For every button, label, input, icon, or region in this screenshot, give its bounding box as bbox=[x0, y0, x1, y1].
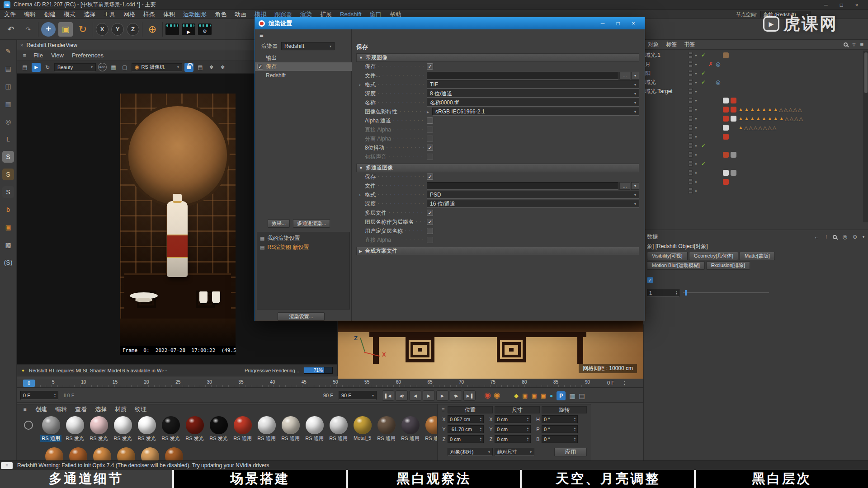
multilayer-checkbox[interactable] bbox=[427, 210, 433, 216]
object-row[interactable]: ▲▲▲▲▲▲▲ △△△△△ bbox=[643, 105, 868, 114]
material-swatch[interactable]: RS 发光 bbox=[64, 416, 85, 442]
rv-menu-preferences[interactable]: Preferences bbox=[68, 52, 107, 59]
visibility-dot-icon[interactable] bbox=[695, 62, 701, 66]
panel-menu-icon[interactable]: ≡ bbox=[20, 51, 29, 60]
size-mode-select[interactable]: 绝对尺寸▾ bbox=[495, 448, 534, 456]
material-preview-sphere[interactable] bbox=[186, 416, 204, 434]
object-row[interactable]: 域光 ✓ ◎ bbox=[643, 78, 868, 87]
mp-format-select[interactable]: PSD▾ bbox=[427, 191, 639, 199]
rotate-tool-button[interactable]: ↻ bbox=[75, 22, 90, 37]
position-y-field[interactable]: -61.78 cm▴▾ bbox=[448, 425, 484, 433]
material-preview-sphere[interactable] bbox=[117, 447, 135, 460]
layer-toggles[interactable] bbox=[689, 97, 695, 103]
tag-chip[interactable] bbox=[723, 188, 729, 194]
material-swatch[interactable]: RS 发光 bbox=[160, 416, 181, 442]
dialog-titlebar[interactable]: 渲染设置 ─ □ × bbox=[255, 17, 645, 29]
rotation-p-field[interactable]: 0 °▴▾ bbox=[542, 425, 578, 433]
nav-up-icon[interactable]: ↑ bbox=[825, 234, 827, 240]
rotation-key-icon[interactable]: ▣ bbox=[541, 392, 546, 399]
slider-thumb[interactable] bbox=[685, 290, 687, 296]
object-row[interactable]: 域光.1 ✓ bbox=[643, 51, 868, 60]
materials-menu-item[interactable]: 创建 bbox=[31, 405, 51, 413]
material-name[interactable]: RS 发光 bbox=[208, 435, 229, 442]
tag-chip[interactable] bbox=[723, 80, 729, 85]
object-row[interactable]: ▲ △△△△△△△ bbox=[643, 123, 868, 132]
depth-select[interactable]: 8 位/通道▾ bbox=[427, 89, 639, 98]
lock-camera-button[interactable] bbox=[184, 63, 193, 72]
material-name[interactable]: Metal_5 bbox=[352, 435, 373, 441]
status-grid-icon[interactable]: ≡ bbox=[1, 462, 13, 469]
tool-icon[interactable]: ▤ bbox=[2, 63, 14, 75]
material-preview-sphere[interactable] bbox=[354, 416, 372, 434]
tag-chip[interactable] bbox=[723, 143, 729, 149]
undo-button[interactable]: ↶ bbox=[4, 22, 18, 37]
tag-chip[interactable] bbox=[731, 152, 736, 158]
panel-menu-icon[interactable]: ≡ bbox=[439, 405, 448, 414]
attribute-tab[interactable]: Matte[蒙版] bbox=[740, 252, 775, 260]
timeline-playhead[interactable]: 0 bbox=[23, 380, 35, 387]
tool-icon[interactable]: ◎ bbox=[2, 116, 14, 127]
attribute-tab[interactable]: Visibility[可视] bbox=[647, 252, 688, 260]
object-row[interactable]: 域光.Target bbox=[643, 87, 868, 96]
tag-chip[interactable] bbox=[731, 188, 736, 194]
tool-icon[interactable]: ◫ bbox=[2, 80, 14, 92]
tag-chip[interactable] bbox=[731, 89, 736, 94]
tag-chip[interactable] bbox=[731, 52, 736, 58]
size-y-field[interactable]: 0 cm▴▾ bbox=[495, 425, 531, 433]
tool-icon[interactable]: (S) bbox=[2, 257, 14, 268]
alpha-channel-checkbox[interactable] bbox=[427, 117, 433, 124]
material-name[interactable]: RS 通用 bbox=[304, 435, 325, 442]
layer-toggles[interactable] bbox=[689, 178, 695, 185]
value-slider[interactable] bbox=[683, 292, 769, 293]
material-preview-sphere[interactable] bbox=[138, 416, 156, 434]
panel-close-icon[interactable]: × bbox=[20, 42, 23, 48]
material-preview-sphere[interactable] bbox=[377, 416, 396, 434]
dialog-maximize-button[interactable]: □ bbox=[610, 19, 626, 28]
menu-item[interactable]: 动画 bbox=[231, 10, 250, 19]
chevron-down-icon[interactable]: ▾ bbox=[863, 235, 864, 239]
tool-icon[interactable]: ✎ bbox=[2, 45, 14, 57]
materials-menu-item[interactable]: 选择 bbox=[91, 405, 111, 413]
grid-icon[interactable]: ▤ bbox=[196, 63, 205, 72]
goto-start-button[interactable]: ▌◀ bbox=[382, 390, 394, 401]
multipass-render-button[interactable]: 多通道渲染... bbox=[293, 219, 330, 228]
material-swatch[interactable] bbox=[115, 447, 137, 460]
material-swatch[interactable]: RS 通用 bbox=[304, 416, 325, 442]
tag-chip[interactable] bbox=[723, 152, 729, 158]
coord-mode-select[interactable]: 对象(相对)▾ bbox=[448, 448, 493, 456]
panel-menu-icon[interactable]: ≡ bbox=[860, 41, 863, 48]
range-end-field[interactable]: 90 F▾ bbox=[339, 391, 377, 400]
material-preview-sphere[interactable] bbox=[401, 416, 420, 434]
material-name[interactable]: RS 发光 bbox=[160, 435, 181, 442]
mp-depth-select[interactable]: 16 位/通道▾ bbox=[427, 200, 639, 208]
material-swatch[interactable] bbox=[139, 447, 160, 460]
effects-button[interactable]: 效果... bbox=[268, 219, 290, 228]
menu-item[interactable]: 文件 bbox=[0, 10, 20, 19]
materials-menu-item[interactable]: 材质 bbox=[111, 405, 131, 413]
tree-item-redshift[interactable]: Redshift bbox=[255, 71, 352, 80]
y-axis-lock-button[interactable]: Y bbox=[111, 23, 124, 36]
tag-chip[interactable] bbox=[723, 179, 729, 185]
object-row[interactable]: 阳 ✓ bbox=[643, 69, 868, 78]
material-swatch[interactable]: RS 发光 bbox=[112, 416, 133, 442]
mp-save-checkbox[interactable] bbox=[427, 174, 433, 180]
play-button[interactable]: ▶ bbox=[423, 390, 435, 401]
material-name[interactable]: RS 发光 bbox=[64, 435, 85, 442]
object-row[interactable]: 月 ✗ ◎ bbox=[643, 60, 868, 69]
rotation-b-field[interactable]: 0 °▴▾ bbox=[542, 435, 578, 443]
dialog-close-button[interactable]: × bbox=[626, 19, 641, 28]
layer-toggles[interactable] bbox=[689, 142, 695, 149]
add-icon[interactable]: ⊕ bbox=[853, 234, 857, 240]
material-preview-sphere[interactable] bbox=[282, 416, 300, 434]
tag-chip[interactable] bbox=[731, 116, 736, 122]
menu-item[interactable]: 选择 bbox=[80, 10, 99, 19]
previous-frame-button[interactable]: ◀ bbox=[409, 390, 421, 401]
visibility-dot-icon[interactable] bbox=[695, 153, 701, 157]
visibility-dot-icon[interactable] bbox=[695, 117, 701, 121]
nav-back-icon[interactable]: ← bbox=[814, 234, 819, 240]
save-checkbox[interactable] bbox=[427, 63, 433, 70]
material-swatch[interactable] bbox=[43, 447, 65, 460]
scale-tool-button[interactable]: ▣ bbox=[58, 22, 73, 37]
menu-item[interactable]: 创建 bbox=[40, 10, 60, 19]
object-row[interactable]: ✓ bbox=[643, 141, 868, 150]
